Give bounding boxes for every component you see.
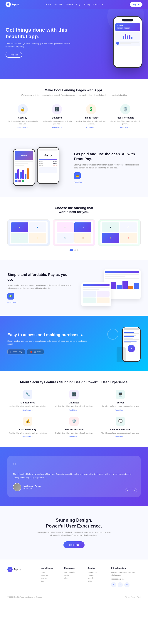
footer-link-cros[interactable]: CROs — [88, 580, 107, 582]
screen-grid — [83, 291, 110, 303]
feature-risk: 🛡️ Risk Protectable The little dolar fal… — [110, 104, 140, 128]
mini-card-blue-1: 📊 — [11, 222, 28, 232]
nav-home[interactable]: Home — [46, 3, 51, 6]
footer-address: 85 West Atlantic Avenue DStreet Mission … — [111, 571, 140, 580]
pay-bar-3 — [20, 172, 22, 178]
feedback-title: Clients Feedback — [100, 428, 140, 431]
footer-terms-link[interactable]: T&C — [137, 596, 140, 598]
hero-cta-button[interactable]: Free Trial — [6, 52, 22, 58]
phone-name-line — [120, 42, 139, 43]
feedback-read-more[interactable]: Read More → — [100, 436, 140, 438]
cost-read-more[interactable]: Read More → — [8, 436, 48, 438]
chart-bar-1 — [123, 36, 124, 39]
offering-img-1: 📊 👤 ✓ ⚡ — [8, 220, 50, 246]
footer-link-services[interactable]: Services — [41, 577, 60, 579]
server-read-more[interactable]: Read More → — [100, 409, 140, 411]
phone-row — [115, 40, 140, 46]
payment-title: Get paid and use the cash. All with Fron… — [74, 152, 140, 161]
security-text: The little dolar falucy gammies mulk gol… — [8, 120, 38, 125]
phone-card: Hi Daniel 28 Tasks 12 Done — [115, 23, 140, 31]
simple-section: Simple and affordable. Pay as you go. St… — [0, 260, 148, 316]
footer-link-clean[interactable]: Cleanify — [88, 577, 107, 579]
about-title: About Security Features Stunning Design,… — [8, 380, 140, 384]
social-twitter[interactable]: t — [118, 582, 123, 588]
footer-link-about[interactable]: About Us — [41, 574, 60, 576]
payment-phone-1: Payment — [13, 149, 35, 186]
footer-resources-title: Resources — [64, 567, 84, 569]
nav-blog[interactable]: Blog — [76, 3, 80, 6]
risk-read-more-2[interactable]: Read More → — [54, 436, 94, 438]
screen-header-2 — [83, 284, 110, 286]
signin-button[interactable]: Sign In — [130, 2, 142, 7]
footer-link-home[interactable]: Home — [41, 571, 60, 573]
screen-row-5 — [83, 289, 99, 290]
app-store-button[interactable]: 🍎 App Store — [27, 349, 44, 354]
simple-read-more[interactable]: Read More → — [8, 302, 74, 304]
pay-bar-2 — [18, 169, 19, 178]
footer-useful-links-title: Useful Links — [41, 567, 60, 569]
about-grid: 🔧 Maintenance The little dolar falucy ga… — [8, 390, 140, 438]
footer-link-res-blog[interactable]: Blog — [64, 577, 84, 579]
pay-bar-1 — [15, 173, 17, 178]
footer-link-docs[interactable]: Documentation — [64, 571, 84, 573]
pay-line-1 — [15, 161, 33, 162]
nav-contact[interactable]: Contact Us — [93, 3, 103, 6]
risk-title-2: Risk Protectable — [54, 428, 94, 431]
security-read-more[interactable]: Read More → — [18, 127, 28, 128]
simple-icon-box: 💵 — [8, 293, 14, 300]
pay-screen-2: 47.5 Balance $120.00 Income $380.00 Expe… — [38, 148, 59, 184]
logo-text: Appz — [12, 3, 19, 6]
pay-avatar-1 — [15, 180, 18, 182]
footer-service-title: Service — [88, 567, 107, 569]
footer-link-support[interactable]: E-Support — [88, 574, 107, 576]
apple-icon: 🍎 — [30, 351, 32, 353]
pricing-read-more[interactable]: Read More → — [86, 127, 96, 128]
social-facebook[interactable]: f — [111, 582, 116, 588]
easy-screen-lines — [124, 332, 139, 343]
testimonial-next-button[interactable]: › — [132, 488, 137, 493]
dot-1[interactable] — [70, 250, 73, 251]
dot-3[interactable] — [77, 250, 78, 251]
footer-bottom: © 2023 All rights Reserved. Design by Th… — [8, 593, 140, 598]
hero-content: Get things done with this beautiful app.… — [6, 27, 72, 58]
mini-card-2b: 7 567 — [74, 222, 92, 232]
database-read-more[interactable]: Read More → — [52, 127, 62, 128]
footer-link-mgmt[interactable]: Management — [88, 571, 107, 573]
about-database-text: The little dolar falucy gammies mulk gol… — [54, 405, 94, 408]
easy-line-6 — [124, 339, 139, 340]
phone-user-info — [120, 42, 139, 44]
nav-pricing[interactable]: Pricing — [84, 3, 90, 6]
footer-link-blog[interactable]: Blog — [41, 580, 60, 582]
nav-service[interactable]: Service — [66, 3, 73, 6]
footer-privacy-link[interactable]: Privacy Policy — [125, 596, 135, 598]
offerings-title: Choose the offering that works best for … — [8, 206, 140, 214]
phone-stats: 28 Tasks 12 Done — [117, 27, 138, 30]
testimonial-prev-button[interactable]: ‹ — [125, 488, 130, 493]
pay-row-2: Income $380.00 — [39, 163, 57, 164]
database-title: Database — [52, 116, 62, 119]
stunning-cta-button[interactable]: Free Trial — [64, 542, 84, 548]
pricing-text: The little dolar falucy gammies mulk gol… — [76, 120, 106, 125]
nav-about[interactable]: About Us — [54, 3, 63, 6]
features-section: Make Cool Landing Pages with Appz. We ta… — [0, 79, 148, 138]
social-instagram[interactable]: in — [124, 582, 130, 588]
features-subtitle: We take great pride in the quality of ou… — [8, 94, 140, 97]
payment-read-more[interactable]: Read More → — [74, 181, 140, 183]
dot-2[interactable] — [74, 250, 76, 251]
screen-mockup-2 — [82, 282, 111, 306]
pricing-title: Pricing Range — [84, 116, 98, 119]
easy-line-2 — [124, 333, 139, 334]
maintenance-read-more[interactable]: Read More → — [8, 409, 48, 411]
pay-progress — [39, 159, 57, 160]
sbar-4 — [122, 281, 128, 289]
features-grid: 🔒 Security The little dolar falucy gammi… — [8, 104, 140, 128]
about-database-read-more[interactable]: Read More → — [54, 409, 94, 411]
phone-analytics-bar — [115, 32, 140, 40]
feedback-icon-container: 💬 — [116, 416, 125, 426]
footer-link-design[interactable]: Design — [64, 574, 84, 576]
risk-read-more[interactable]: Read More → — [120, 127, 130, 128]
google-play-button[interactable]: ▶ Google Play — [8, 349, 25, 354]
mini-card-green-1: ✓ — [11, 233, 28, 243]
feature-pricing: 💲 Pricing Range The little dolar falucy … — [76, 104, 106, 128]
avatar-placeholder — [13, 483, 21, 491]
